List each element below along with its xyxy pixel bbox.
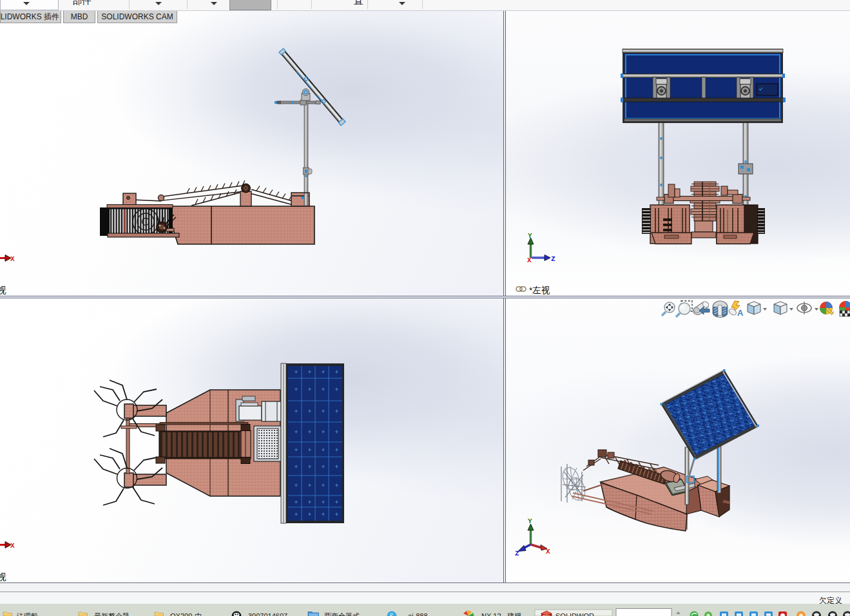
svg-text:X: X (546, 548, 550, 555)
svg-text:*左视: *左视 (529, 285, 550, 295)
svg-text:Z: Z (515, 550, 519, 557)
svg-text:NX 12 - 建模: NX 12 - 建模 (481, 612, 521, 616)
svg-text:3007014607: 3007014607 (248, 612, 287, 616)
svg-text:视: 视 (0, 572, 6, 582)
svg-text:A: A (737, 308, 744, 318)
svg-text:Y: Y (528, 232, 532, 240)
svg-text:视: 视 (0, 285, 6, 295)
svg-text:Y: Y (528, 517, 532, 525)
svg-text:SOLIDWOR: SOLIDWOR (555, 612, 594, 616)
svg-text:X: X (10, 542, 15, 550)
svg-text:法理船: 法理船 (16, 612, 38, 616)
svg-text:QX200-中: QX200-中 (170, 612, 202, 616)
svg-text:X: X (10, 255, 15, 263)
svg-text:X: X (527, 256, 532, 264)
svg-text:两商全器式: 两商全器式 (324, 612, 360, 616)
svg-text:S: S (390, 613, 394, 616)
svg-text:Z: Z (551, 255, 555, 263)
svg-text:最新整个题: 最新整个题 (94, 612, 130, 616)
svg-text:ai-888: ai-888 (408, 612, 428, 616)
